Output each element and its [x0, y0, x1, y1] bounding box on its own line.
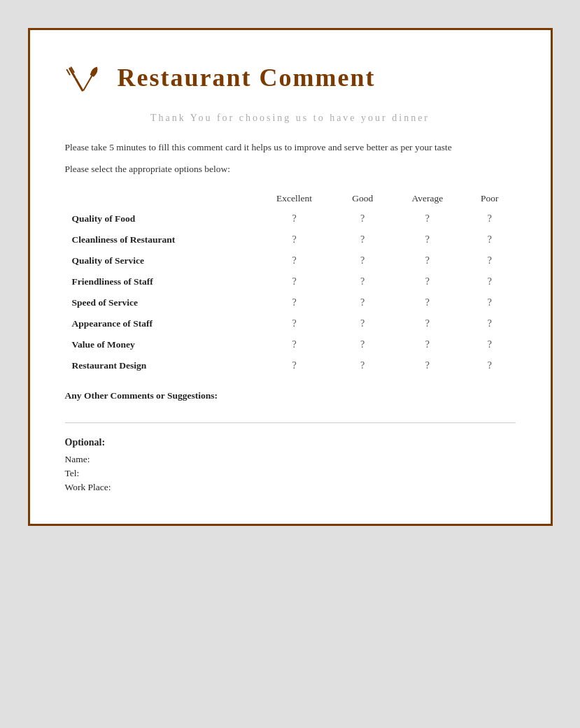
optional-field: Name:: [65, 454, 516, 465]
radio-cell[interactable]: ?: [254, 355, 334, 376]
col-excellent: Excellent: [254, 189, 334, 208]
header: Restaurant Comment: [65, 58, 516, 97]
radio-cell[interactable]: ?: [391, 250, 464, 271]
row-label: Restaurant Design: [65, 355, 255, 376]
radio-cell[interactable]: ?: [254, 271, 334, 292]
row-label: Appearance of Staff: [65, 313, 255, 334]
row-label: Quality of Food: [65, 208, 255, 229]
radio-cell[interactable]: ?: [464, 355, 516, 376]
table-row: Quality of Service????: [65, 250, 516, 271]
radio-cell[interactable]: ?: [334, 313, 391, 334]
radio-cell[interactable]: ?: [334, 334, 391, 355]
comments-label: Any Other Comments or Suggestions:: [65, 390, 516, 401]
restaurant-icon: [65, 58, 104, 97]
radio-cell[interactable]: ?: [391, 334, 464, 355]
radio-cell[interactable]: ?: [334, 355, 391, 376]
page-title: Restaurant Comment: [118, 63, 376, 92]
radio-cell[interactable]: ?: [464, 250, 516, 271]
radio-cell[interactable]: ?: [254, 292, 334, 313]
radio-cell[interactable]: ?: [334, 271, 391, 292]
radio-cell[interactable]: ?: [254, 208, 334, 229]
radio-cell[interactable]: ?: [391, 208, 464, 229]
table-row: Appearance of Staff????: [65, 313, 516, 334]
radio-cell[interactable]: ?: [334, 292, 391, 313]
table-row: Restaurant Design????: [65, 355, 516, 376]
radio-cell[interactable]: ?: [391, 313, 464, 334]
radio-cell[interactable]: ?: [464, 208, 516, 229]
radio-cell[interactable]: ?: [464, 229, 516, 250]
row-label: Cleanliness of Restaurant: [65, 229, 255, 250]
col-category: [65, 189, 255, 208]
comments-section: Any Other Comments or Suggestions:: [65, 390, 516, 401]
instruction-text: Please select the appropriate options be…: [65, 164, 516, 175]
optional-field: Tel:: [65, 468, 516, 479]
row-label: Speed of Service: [65, 292, 255, 313]
radio-cell[interactable]: ?: [334, 229, 391, 250]
radio-cell[interactable]: ?: [464, 271, 516, 292]
radio-cell[interactable]: ?: [254, 313, 334, 334]
comment-card: Restaurant Comment Thank You for choosin…: [28, 28, 553, 526]
radio-cell[interactable]: ?: [391, 292, 464, 313]
tagline-text: Thank You for choosing us to have your d…: [65, 110, 516, 126]
radio-cell[interactable]: ?: [334, 208, 391, 229]
col-average: Average: [391, 189, 464, 208]
radio-cell[interactable]: ?: [334, 250, 391, 271]
table-row: Quality of Food????: [65, 208, 516, 229]
table-row: Speed of Service????: [65, 292, 516, 313]
optional-field: Work Place:: [65, 482, 516, 493]
table-header-row: Excellent Good Average Poor: [65, 189, 516, 208]
table-row: Friendliness of Staff????: [65, 271, 516, 292]
svg-rect-3: [74, 78, 84, 92]
optional-section: Optional: Name:Tel:Work Place:: [65, 437, 516, 493]
optional-title: Optional:: [65, 437, 516, 448]
intro-text: Please take 5 minutes to fill this comme…: [65, 140, 516, 155]
radio-cell[interactable]: ?: [254, 250, 334, 271]
radio-cell[interactable]: ?: [391, 355, 464, 376]
radio-cell[interactable]: ?: [391, 229, 464, 250]
table-row: Cleanliness of Restaurant????: [65, 229, 516, 250]
row-label: Quality of Service: [65, 250, 255, 271]
radio-cell[interactable]: ?: [391, 271, 464, 292]
radio-cell[interactable]: ?: [464, 313, 516, 334]
table-row: Value of Money????: [65, 334, 516, 355]
radio-cell[interactable]: ?: [464, 334, 516, 355]
radio-cell[interactable]: ?: [254, 334, 334, 355]
divider: [65, 422, 516, 423]
row-label: Value of Money: [65, 334, 255, 355]
radio-cell[interactable]: ?: [464, 292, 516, 313]
radio-cell[interactable]: ?: [254, 229, 334, 250]
row-label: Friendliness of Staff: [65, 271, 255, 292]
col-good: Good: [334, 189, 391, 208]
col-poor: Poor: [464, 189, 516, 208]
rating-table: Excellent Good Average Poor Quality of F…: [65, 189, 516, 376]
